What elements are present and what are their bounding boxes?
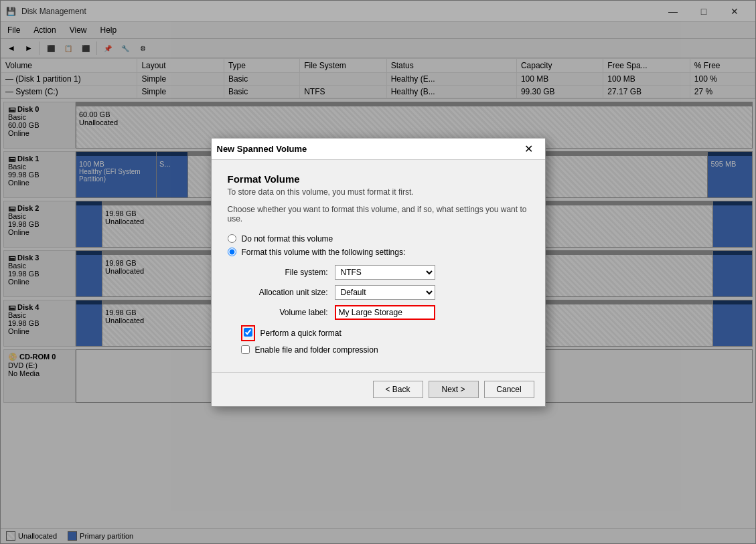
radio-no-format-label[interactable]: Do not format this volume xyxy=(242,234,333,244)
allocation-select[interactable]: Default xyxy=(335,285,435,300)
format-volume-title: Format Volume xyxy=(228,173,529,185)
allocation-row: Allocation unit size: Default xyxy=(241,285,529,300)
modal-footer: < Back Next > Cancel xyxy=(212,372,545,406)
volume-label-input[interactable] xyxy=(335,305,435,320)
volume-label-row: Volume label: xyxy=(241,305,529,320)
format-volume-desc: Choose whether you want to format this v… xyxy=(228,205,529,223)
format-options: File system: NTFS Allocation unit size: … xyxy=(241,265,529,320)
modal-title-bar: New Spanned Volume ✕ xyxy=(212,139,545,160)
back-button[interactable]: < Back xyxy=(373,381,423,398)
quick-format-label[interactable]: Perform a quick format xyxy=(260,329,342,338)
allocation-label: Allocation unit size: xyxy=(241,288,335,297)
next-button[interactable]: Next > xyxy=(429,381,479,398)
compression-row: Enable file and folder compression xyxy=(241,345,529,355)
format-volume-subtitle: To store data on this volume, you must f… xyxy=(228,187,529,197)
compression-checkbox[interactable] xyxy=(241,345,250,354)
modal-close-button[interactable]: ✕ xyxy=(518,138,540,159)
file-system-label: File system: xyxy=(241,268,335,277)
format-radio-group: Do not format this volume Format this vo… xyxy=(228,234,529,257)
radio-format-label[interactable]: Format this volume with the following se… xyxy=(242,248,406,257)
new-spanned-volume-dialog: New Spanned Volume ✕ Format Volume To st… xyxy=(211,138,546,407)
radio-no-format-row: Do not format this volume xyxy=(228,234,529,244)
radio-format-row: Format this volume with the following se… xyxy=(228,248,529,257)
modal-body: Format Volume To store data on this volu… xyxy=(212,160,545,372)
quick-format-checkbox[interactable] xyxy=(244,328,252,337)
file-system-select[interactable]: NTFS xyxy=(335,265,435,280)
compression-label[interactable]: Enable file and folder compression xyxy=(255,345,378,355)
modal-title: New Spanned Volume xyxy=(217,144,518,154)
quick-format-checkbox-wrapper xyxy=(241,325,255,341)
radio-format[interactable] xyxy=(228,248,236,256)
radio-no-format[interactable] xyxy=(228,234,236,243)
quick-format-row: Perform a quick format xyxy=(241,325,529,341)
file-system-row: File system: NTFS xyxy=(241,265,529,280)
modal-overlay: New Spanned Volume ✕ Format Volume To st… xyxy=(0,0,756,544)
cancel-button[interactable]: Cancel xyxy=(484,381,534,398)
volume-label-label: Volume label: xyxy=(241,308,335,317)
